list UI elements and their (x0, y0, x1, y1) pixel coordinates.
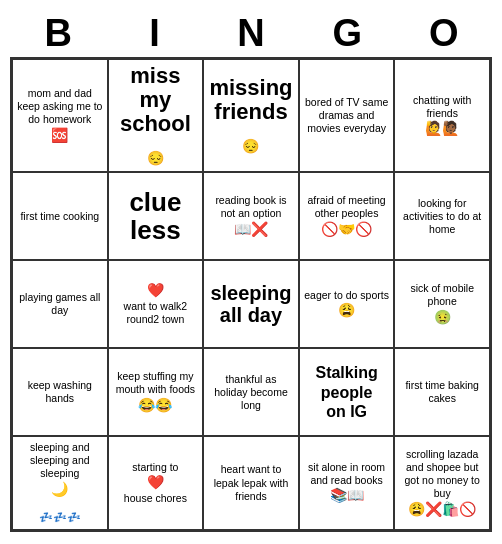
bingo-cell-9: looking for activities to do at home (394, 172, 490, 260)
bingo-cell-22: heart want to lepak lepak with friends (203, 436, 299, 530)
header-letter-o: O (399, 12, 489, 55)
header-letter-n: N (206, 12, 296, 55)
bingo-cell-0: mom and dad keep asking me to do homewor… (12, 59, 108, 172)
header-letter-b: B (13, 12, 103, 55)
bingo-cell-17: thankful as holiday become long (203, 348, 299, 436)
bingo-cell-3: bored of TV same dramas and movies every… (299, 59, 395, 172)
bingo-cell-1: miss myschool😔 (108, 59, 204, 172)
bingo-card: BINGO mom and dad keep asking me to do h… (6, 8, 496, 536)
bingo-cell-6: clueless (108, 172, 204, 260)
bingo-cell-20: sleeping and sleeping and sleeping🌙💤💤💤 (12, 436, 108, 530)
bingo-cell-13: eager to do sports😩 (299, 260, 395, 348)
bingo-grid: mom and dad keep asking me to do homewor… (10, 57, 492, 532)
header-letter-g: G (302, 12, 392, 55)
header-letter-i: I (110, 12, 200, 55)
bingo-cell-16: keep stuffing my mouth with foods😂😂 (108, 348, 204, 436)
bingo-cell-21: starting to ❤️ house chores (108, 436, 204, 530)
bingo-cell-18: Stalkingpeopleon IG (299, 348, 395, 436)
bingo-cell-11: ❤️ want to walk2 round2 town (108, 260, 204, 348)
bingo-cell-19: first time baking cakes (394, 348, 490, 436)
bingo-cell-8: afraid of meeting other peoples🚫🤝🚫 (299, 172, 395, 260)
bingo-cell-14: sick of mobile phone 🤢 (394, 260, 490, 348)
bingo-cell-5: first time cooking (12, 172, 108, 260)
bingo-cell-7: reading book is not an option📖❌ (203, 172, 299, 260)
bingo-cell-4: chatting with friends🙋🙋🏾 (394, 59, 490, 172)
bingo-header: BINGO (10, 12, 492, 55)
bingo-cell-12: sleepingall day (203, 260, 299, 348)
bingo-cell-10: playing games all day (12, 260, 108, 348)
bingo-cell-24: scrolling lazada and shopee but got no m… (394, 436, 490, 530)
bingo-cell-23: sit alone in room and read books📚📖 (299, 436, 395, 530)
bingo-cell-15: keep washing hands (12, 348, 108, 436)
bingo-cell-2: missingfriends😔 (203, 59, 299, 172)
